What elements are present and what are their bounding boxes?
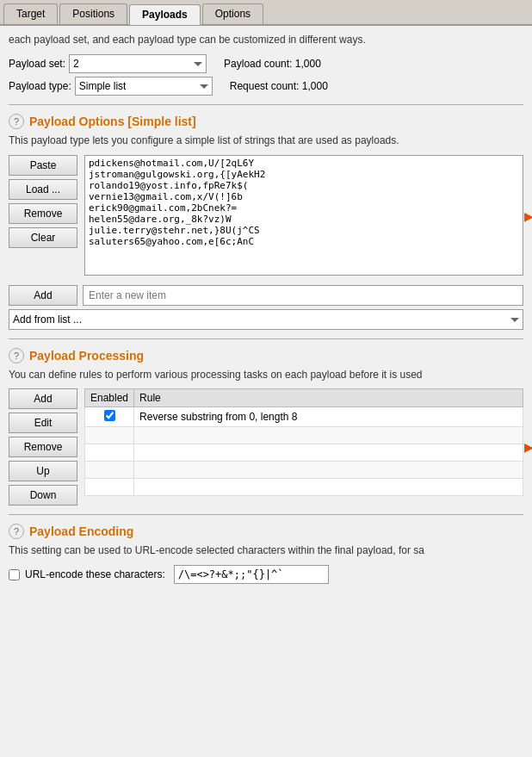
divider-1 [9, 104, 523, 105]
payload-set-select[interactable]: 2 [69, 54, 207, 73]
payload-processing-help-icon[interactable]: ? [9, 348, 24, 363]
tab-payloads[interactable]: Payloads [129, 4, 201, 25]
divider-3 [9, 514, 523, 515]
encoding-row: URL-encode these characters: [9, 565, 523, 584]
divider-2 [9, 338, 523, 339]
payload-list-scroll-arrow: ▶ [524, 209, 532, 223]
paste-button[interactable]: Paste [9, 155, 77, 176]
add-from-list-select[interactable]: Add from list ... [9, 309, 523, 330]
table-row: Reverse substring from 0, length 8 [85, 407, 523, 427]
add-item-input[interactable] [83, 285, 523, 306]
url-encode-chars-input[interactable] [174, 565, 329, 584]
processing-rule-cell: Reverse substring from 0, length 8 [134, 407, 523, 427]
payload-options-heading: ? Payload Options [Simple list] [9, 114, 523, 129]
remove-button[interactable]: Remove [9, 203, 77, 224]
processing-enabled-header: Enabled [85, 389, 134, 407]
processing-down-button[interactable]: Down [9, 485, 77, 506]
payload-list-textarea[interactable] [84, 155, 523, 276]
processing-edit-button[interactable]: Edit [9, 413, 77, 433]
payload-options-title: Payload Options [Simple list] [29, 115, 196, 128]
payload-encoding-help-icon[interactable]: ? [9, 524, 24, 539]
payload-set-label: Payload set: [9, 58, 65, 70]
table-row [85, 479, 523, 496]
table-row [85, 444, 523, 462]
clear-button[interactable]: Clear [9, 227, 77, 248]
url-encode-checkbox[interactable] [9, 569, 20, 580]
processing-remove-button[interactable]: Remove [9, 437, 77, 457]
payload-type-row: Payload type: Simple list Request count:… [9, 77, 523, 96]
processing-add-button[interactable]: Add [9, 388, 77, 409]
top-description: each payload set, and each payload type … [9, 33, 523, 47]
tab-target[interactable]: Target [3, 3, 58, 24]
processing-table: Enabled Rule Reverse substring from 0, l… [84, 388, 523, 496]
add-from-list-row: Add from list ... [9, 309, 523, 330]
payload-options-desc: This payload type lets you configure a s… [9, 133, 523, 148]
processing-rule-header: Rule [134, 389, 523, 407]
main-content: each payload set, and each payload type … [0, 26, 532, 591]
payload-processing-title: Payload Processing [29, 349, 144, 363]
processing-enabled-cell[interactable] [85, 407, 134, 427]
tab-positions[interactable]: Positions [59, 3, 127, 24]
payload-count-label: Payload count: 1,000 [224, 58, 321, 70]
payload-list-container: ▶ [84, 155, 523, 278]
payload-encoding-title: Payload Encoding [29, 524, 133, 538]
tabs-bar: Target Positions Payloads Options [0, 0, 532, 26]
payload-action-buttons: Paste Load ... Remove Clear [9, 155, 77, 278]
payload-type-label: Payload type: [9, 80, 71, 92]
load-button[interactable]: Load ... [9, 179, 77, 200]
payload-encoding-heading: ? Payload Encoding [9, 524, 523, 539]
table-row [85, 462, 523, 479]
processing-up-button[interactable]: Up [9, 461, 77, 481]
processing-enabled-checkbox[interactable] [104, 410, 115, 421]
payload-options-area: Paste Load ... Remove Clear ▶ [9, 155, 523, 278]
request-count-label: Request count: 1,000 [230, 80, 328, 92]
payload-processing-desc: You can define rules to perform various … [9, 368, 523, 382]
url-encode-label: URL-encode these characters: [25, 568, 165, 580]
tab-options[interactable]: Options [202, 3, 263, 24]
processing-area: Add Edit Remove Up Down Enabled Rule [9, 388, 523, 506]
payload-options-help-icon[interactable]: ? [9, 114, 24, 129]
add-item-button[interactable]: Add [9, 285, 77, 306]
table-row [85, 427, 523, 444]
processing-action-buttons: Add Edit Remove Up Down [9, 388, 77, 506]
payload-processing-heading: ? Payload Processing [9, 348, 523, 363]
payload-encoding-desc: This setting can be used to URL-encode s… [9, 543, 523, 558]
processing-scroll-arrow: ▶ [524, 440, 532, 454]
add-item-row: Add [9, 285, 523, 306]
payload-set-row: Payload set: 2 Payload count: 1,000 [9, 54, 523, 73]
payload-type-select[interactable]: Simple list [75, 77, 213, 96]
processing-table-container: Enabled Rule Reverse substring from 0, l… [84, 388, 523, 506]
